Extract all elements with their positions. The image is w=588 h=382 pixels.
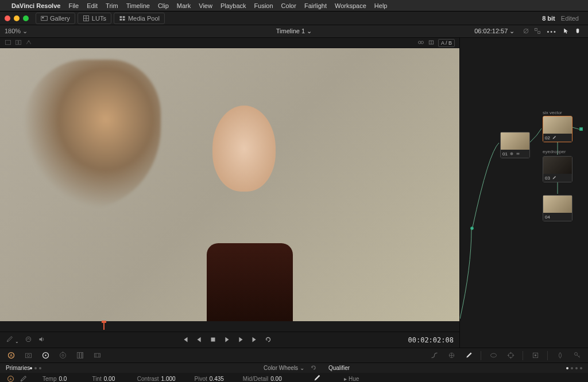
bypass-grades-icon[interactable] [523,28,529,36]
motion-effects-icon[interactable] [92,350,102,361]
viewer-canvas[interactable] [0,48,459,321]
curves-palette-icon[interactable]: A [6,350,16,361]
svg-rect-35 [79,353,81,358]
menu-file[interactable]: File [68,2,79,9]
mediapool-button[interactable]: Media Pool [114,13,165,24]
primaries-page-dots[interactable] [30,367,41,369]
playhead-timecode[interactable]: 00:02:02:08 [408,336,454,344]
reset-icon[interactable] [310,364,317,372]
eyedropper-icon[interactable]: ⌄ [6,336,19,344]
menu-color[interactable]: Color [281,2,296,9]
highlight-icon[interactable] [25,39,32,47]
menu-fusion[interactable]: Fusion [254,2,273,9]
menu-view[interactable]: View [199,2,212,9]
svg-text:A: A [10,353,13,357]
minimize-window-button[interactable] [14,15,20,21]
mini-timeline[interactable] [0,321,459,332]
playhead[interactable] [103,323,105,330]
reference-wipe-icon[interactable] [25,336,32,344]
svg-rect-27 [25,353,31,358]
blur-icon[interactable] [555,350,565,361]
mute-icon[interactable] [38,336,45,344]
tracking-icon[interactable] [505,350,516,361]
node-03[interactable]: 03 [543,156,572,182]
zoom-window-button[interactable] [23,15,29,21]
qualifier-tab-label[interactable]: Qualifier [328,365,350,371]
svg-rect-34 [77,353,79,358]
menu-help[interactable]: Help [374,2,388,9]
menu-timeline[interactable]: Timeline [126,2,150,9]
timeline-name-dropdown[interactable]: Timeline 1 ⌄ [276,28,312,35]
primaries-params-row: A Temp0.0 Tint0.00 Contrast1.000 Pivot0.… [0,373,588,382]
close-window-button[interactable] [5,15,10,21]
luts-button[interactable]: LUTs [78,13,111,24]
first-frame-button[interactable] [181,336,189,345]
prev-frame-button[interactable] [195,336,203,345]
graph-input-dot[interactable] [470,227,474,230]
gallery-button[interactable]: Gallery [36,13,75,24]
auto-balance-icon[interactable]: A [6,374,15,382]
rgb-mixer-icon[interactable] [75,350,85,361]
svg-text:A: A [9,377,11,380]
viewer-options-menu[interactable]: ••• [547,28,557,35]
svg-rect-36 [82,353,83,358]
node-layer-icon [516,151,520,156]
param-middetail[interactable]: Mid/Detail0.00 [243,376,289,382]
color-warper-icon[interactable] [446,350,457,361]
video-frame [0,48,459,321]
curves-icon[interactable] [429,350,439,361]
magic-mask-icon[interactable] [530,350,540,361]
play-button[interactable] [223,336,231,345]
node-graph-panel[interactable]: six vector eyedropper 01 02 03 04 [459,38,588,348]
split-screen-icon[interactable] [15,39,22,47]
edited-label: Edited [561,15,579,22]
viewer-header: 180% ⌄ Timeline 1 ⌄ 06:02:12:57 ⌄ ••• [0,25,588,38]
qualifier-icon[interactable] [463,350,474,361]
menu-trim[interactable]: Trim [106,2,118,9]
primaries-mode-select[interactable]: Color Wheels ⌄ [264,365,304,371]
primaries-tab-label[interactable]: Primaries [6,365,30,371]
svg-rect-1 [42,17,44,18]
stop-button[interactable] [209,336,217,345]
ab-compare-toggle[interactable]: A / B [438,39,455,47]
hand-icon[interactable] [574,28,581,36]
param-pivot[interactable]: Pivot0.435 [195,376,228,382]
master-timecode[interactable]: 06:02:12:57 ⌄ [474,28,514,35]
key-icon[interactable] [572,350,582,361]
window-icon[interactable] [488,350,498,361]
node-02[interactable]: 02 [543,116,572,142]
node-01[interactable]: 01 [500,132,530,158]
primaries-header: Primaries Color Wheels ⌄ Qualifier [0,362,588,373]
cursor-icon[interactable] [563,28,570,36]
color-wheels-icon[interactable] [40,350,51,361]
loop-button[interactable] [264,336,272,345]
qualifier-hue-label[interactable]: Hue [349,376,359,382]
wipe-style-icon[interactable] [428,39,435,47]
menu-clip[interactable]: Clip [158,2,169,9]
app-name[interactable]: DaVinci Resolve [11,2,60,9]
hdr-wheels-icon[interactable] [57,350,68,361]
menu-playback[interactable]: Playback [220,2,246,9]
gallery-label: Gallery [50,15,70,22]
unmix-icon[interactable] [417,39,424,47]
graph-output-dot[interactable] [579,127,583,131]
menu-mark[interactable]: Mark [177,2,191,9]
expand-viewer-icon[interactable] [534,28,541,36]
eyedropper-icon [552,135,556,140]
node-04[interactable]: 04 [543,195,572,221]
camera-raw-icon[interactable] [23,350,33,361]
last-frame-button[interactable] [250,336,258,345]
qualifier-page-dots[interactable] [566,367,582,369]
zoom-dropdown[interactable]: 180% ⌄ [5,28,28,35]
param-temp[interactable]: Temp0.0 [42,376,77,382]
node-number: 04 [545,215,550,220]
param-tint[interactable]: Tint0.00 [92,376,122,382]
qualifier-eyedropper-icon[interactable] [313,374,321,382]
menu-edit[interactable]: Edit [87,2,98,9]
image-wipe-icon[interactable] [5,39,11,47]
next-frame-button[interactable] [237,336,245,345]
param-contrast[interactable]: Contrast1.000 [137,376,180,382]
pick-white-icon[interactable] [18,374,28,382]
menu-workspace[interactable]: Workspace [335,2,366,9]
menu-fairlight[interactable]: Fairlight [304,2,327,9]
